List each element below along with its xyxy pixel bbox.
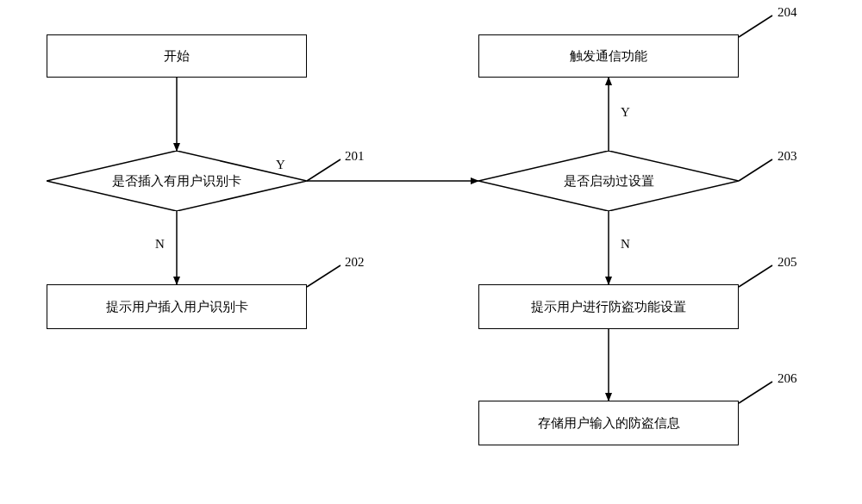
edge-label-203-y: Y xyxy=(621,105,630,120)
ref-205: 205 xyxy=(778,255,797,270)
ref-206: 206 xyxy=(778,371,797,386)
edge-label-201-n: N xyxy=(155,237,165,252)
flow-node-start: 开始 xyxy=(47,34,307,78)
flow-node-206: 存储用户输入的防盗信息 xyxy=(478,401,739,445)
svg-line-12 xyxy=(739,265,772,287)
flow-node-206-label: 存储用户输入的防盗信息 xyxy=(538,415,680,432)
flow-node-202-label: 提示用户插入用户识别卡 xyxy=(106,299,248,315)
flow-node-205: 提示用户进行防盗功能设置 xyxy=(478,284,739,329)
ref-204: 204 xyxy=(778,5,797,20)
ref-202: 202 xyxy=(345,255,365,270)
edge-label-203-n: N xyxy=(621,237,630,252)
ref-203: 203 xyxy=(778,149,797,164)
flow-node-202: 提示用户插入用户识别卡 xyxy=(47,284,307,329)
flow-node-start-label: 开始 xyxy=(164,48,190,65)
svg-line-13 xyxy=(739,382,772,403)
flow-node-204: 触发通信功能 xyxy=(478,34,739,78)
ref-201: 201 xyxy=(345,149,365,164)
flow-node-201: 是否插入有用户识别卡 xyxy=(47,151,307,211)
svg-line-10 xyxy=(739,16,772,37)
flow-node-201-label: 是否插入有用户识别卡 xyxy=(112,173,241,190)
svg-line-9 xyxy=(307,265,340,287)
svg-line-11 xyxy=(739,159,772,181)
flow-node-203: 是否启动过设置 xyxy=(478,151,739,211)
edge-label-201-y: Y xyxy=(276,158,285,172)
flow-node-205-label: 提示用户进行防盗功能设置 xyxy=(531,299,686,315)
flow-node-204-label: 触发通信功能 xyxy=(570,48,647,65)
flow-node-203-label: 是否启动过设置 xyxy=(564,173,654,190)
svg-line-8 xyxy=(307,159,340,181)
